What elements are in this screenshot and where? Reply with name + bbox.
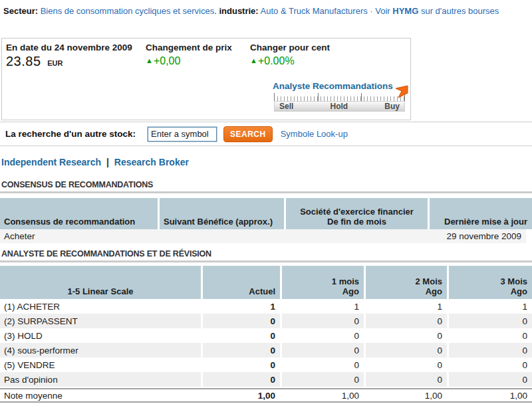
row-label: (2) SURPASSENT [0,314,201,328]
mean-value-1mo: 1,00 [282,389,364,401]
row-value-actuel: 0 [203,314,280,328]
voir-link[interactable]: Voir HYMG sur d'autres bourses [375,6,499,16]
row-label: Pas d'opinion [0,372,201,387]
price-value: 23.85 [6,54,41,68]
quote-panel: En date du 24 novembre 2009 Changement d… [1,38,411,120]
gauge-buy-label: Buy [384,102,400,111]
as-of-date-label: En date du 24 novembre 2009 [6,43,132,52]
row-value-actuel: 0 [203,372,280,387]
row-value-2mo: 0 [366,372,447,387]
gauge-scale-labels: Sell Hold Buy [274,101,405,112]
column-header: Consensus de recommandation [0,198,158,229]
row-value-1mo: 0 [282,328,364,343]
column-header: 3 Mois Ago [449,266,532,299]
column-header: Suivant Bénéfice (approx.) [160,198,284,229]
consensus-data-row: Acheter 29 novembre 2009 [0,229,532,243]
mean-value-3mo: 1,00 [449,389,532,401]
row-value-actuel: 0 [203,357,280,372]
industry-link[interactable]: Auto & Truck Manufacturers [261,6,368,16]
row-label: (4) sous-performer [0,343,201,357]
row-value-1mo: 1 [282,299,364,314]
row-value-3mo: 0 [449,343,532,357]
consensus-fiscal-month-end [282,229,424,243]
last-price: 23.85 EUR [6,54,63,69]
mean-row-label: Note moyenne [0,389,201,401]
links-separator: | [104,157,112,167]
percent-change-value: ▲+0.00% [250,55,295,67]
row-label: (1) ACHETER [0,299,201,314]
row-value-2mo: 0 [366,328,447,343]
search-button[interactable]: SEARCH [223,126,273,142]
symbol-search-input[interactable] [148,127,217,142]
table-row: (5) VENDRE 0 0 0 0 [0,357,532,372]
analyst-recommendations-link[interactable]: Analyste Recommandations [273,81,393,91]
revisions-table: 1-5 Linear Scale Actuel 1 mois Ago 2 Moi… [0,266,532,403]
row-value-actuel: 0 [203,328,280,343]
row-value-2mo: 0 [366,357,447,372]
recommendation-gauge [274,92,405,101]
gauge-sell-label: Sell [279,102,293,111]
table-row: (1) ACHETER 1 1 1 1 [0,299,532,314]
row-value-actuel: 1 [203,299,280,314]
row-value-1mo: 0 [282,372,364,387]
gauge-hold-label: Hold [331,102,348,111]
up-arrow-icon: ▲ [250,56,257,64]
sector-link[interactable]: Biens de consommation cycliques et servi… [41,6,215,16]
row-value-3mo: 0 [449,314,532,328]
row-value-1mo: 0 [282,314,364,328]
dot-separator: · [368,6,376,16]
consensus-section-heading: CONSENSUS DE RECOMMANDATIONS [0,180,532,193]
mean-score-row: Note moyenne 1,00 1,00 1,00 1,00 [0,388,532,403]
row-value-3mo: 1 [449,299,532,314]
consensus-recommendation: Acheter [0,229,158,243]
row-value-3mo: 0 [449,328,532,343]
symbol-search-bar: La recherche d'un autre stock: SEARCH Sy… [0,122,532,146]
price-change-label: Changement de prix [146,43,232,52]
table-row: (3) HOLD 0 0 0 0 [0,328,532,343]
row-value-2mo: 0 [366,343,447,357]
column-header: 1-5 Linear Scale [0,266,201,299]
consensus-table: Consensus de recommandation Suivant Béné… [0,198,532,243]
row-value-1mo: 0 [282,357,364,372]
price-change-value: ▲+0,00 [146,55,180,67]
consensus-next-earnings [158,229,282,243]
ticker-symbol: HYMG [392,6,418,16]
column-header: Société d'exercice financier De fin de m… [286,198,428,229]
row-label: (3) HOLD [0,328,201,343]
revisions-header-row: 1-5 Linear Scale Actuel 1 mois Ago 2 Moi… [0,266,532,299]
row-value-3mo: 0 [449,372,532,387]
mean-value-2mo: 1,00 [366,389,447,401]
column-header: Dernière mise à jour [430,198,532,229]
gauge-minor-ticks [274,96,405,101]
industry-label: industrie: [219,6,258,16]
column-header: 2 Mois Ago [366,266,447,299]
sector-label: Secteur: [3,6,38,16]
search-label: La recherche d'un autre stock: [5,129,136,139]
row-label: (5) VENDRE [0,357,201,372]
independent-research-link[interactable]: Independent Research [1,157,101,167]
row-value-2mo: 1 [366,299,447,314]
revisions-section-heading: ANALYSTE DE RECOMMANDATIONS ET DE RÉVISI… [0,249,532,262]
table-row: Pas d'opinion 0 0 0 0 [0,372,532,387]
percent-change-label: Changer pour cent [250,43,330,52]
row-value-1mo: 0 [282,343,364,357]
research-links: Independent Research | Research Broker [1,157,189,167]
mean-value-actuel: 1,00 [203,389,280,401]
column-header: 1 mois Ago [282,266,364,299]
gauge-pointer-icon [394,85,409,98]
symbol-lookup-link[interactable]: Symbole Look-up [281,129,348,139]
row-value-3mo: 0 [449,357,532,372]
consensus-last-updated: 29 novembre 2009 [424,229,526,243]
table-row: (4) sous-performer 0 0 0 0 [0,343,532,357]
column-header: Actuel [203,266,280,299]
table-row: (2) SURPASSENT 0 0 0 0 [0,314,532,328]
row-value-2mo: 0 [366,314,447,328]
consensus-header-row: Consensus de recommandation Suivant Béné… [0,198,532,229]
up-arrow-icon: ▲ [146,56,153,64]
row-value-actuel: 0 [203,343,280,357]
research-broker-link[interactable]: Research Broker [114,157,189,167]
currency-code: EUR [47,59,63,67]
sector-industry-line: Secteur: Biens de consommation cycliques… [0,0,532,17]
